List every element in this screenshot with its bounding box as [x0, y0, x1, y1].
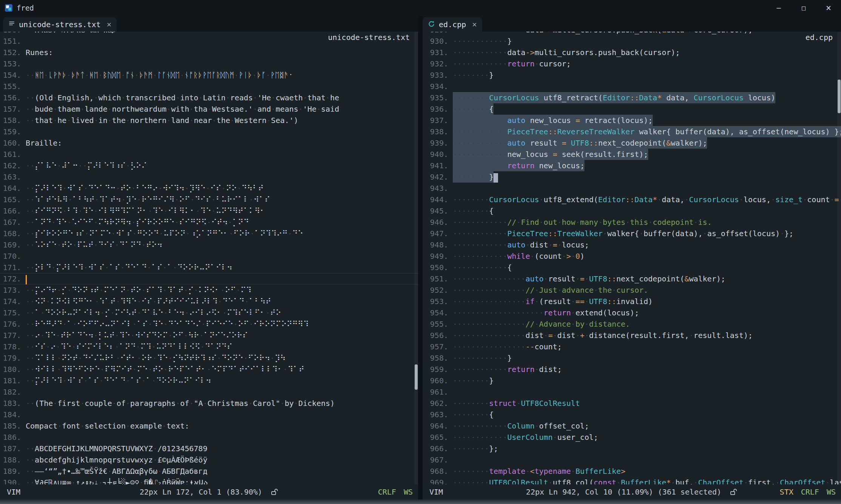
code-line[interactable]: 940.············new_locus·=·seek(result.…	[423, 149, 841, 160]
code-line[interactable]: 162.··⡌⠁⠧⠑·⠼⠁⠒··⡍⠜⠇⠑⠹⠰⠎·⡣⠕⠌	[0, 160, 418, 171]
code-line[interactable]: 178.··⠊⠎·⠔·⠹⠑·⠎⠊⠍⠊⠇⠑⠆·⠁⠝⠙·⠍⠹·⠥⠝⠙⠁⠇⠇⠪⠫·⠙⠁…	[0, 341, 418, 352]
code-line[interactable]: 935.········CursorLocus·utf8_retract(Edi…	[423, 92, 841, 103]
code-line[interactable]: 153.	[0, 58, 418, 69]
code-line[interactable]: 177.··⠔·⠹⠑·⠞⠗⠁⠙⠑⠲·⡃⠥⠞·⠹⠑·⠺⠊⠎⠙⠕⠍·⠕⠋·⠳⠗·⠁⠝…	[0, 330, 418, 341]
code-line[interactable]: 936.········{	[423, 103, 841, 115]
code-line[interactable]: 168.··⡎⠊⠗⠕⠕⠛⠑⠰⠎·⠝⠁⠍⠑·⠺⠁⠎·⠛⠕⠕⠙·⠥⠏⠕⠝·⠰⡡⠁⠝⠛…	[0, 228, 418, 239]
scrollbar-thumb[interactable]	[415, 364, 418, 390]
code-line[interactable]: 161.	[0, 149, 418, 160]
code-line[interactable]: 962.········struct·UTF8ColResult	[423, 398, 841, 409]
editor-pane-left[interactable]: 150.··እግርህን·በፍራሽህ·ልክ·ዘርጋ።151.152.Runes:1…	[0, 32, 418, 484]
maximize-button[interactable]: □	[791, 0, 816, 16]
code-line[interactable]: 189.··–—‘“”„†•…‰™œŠŸž€·ΑΒΓΔΩαβγδω·АБВГДа…	[0, 466, 418, 477]
code-line[interactable]: 967.	[423, 454, 841, 466]
code-line[interactable]: 157.··bude·thaem·lande·northweardum·with…	[0, 103, 418, 115]
code-line[interactable]: 185.Compact·font·selection·example·text:	[0, 420, 418, 432]
code-line[interactable]: 929.················data->multi_cursors.…	[423, 32, 841, 35]
code-line[interactable]: 159.	[0, 126, 418, 137]
status-badge-stx[interactable]: STX	[780, 484, 793, 499]
code-line[interactable]: 176.··⠗⠑⠛⠜⠙·⠁·⠊⠕⠋⠋⠔⠤⠝⠁⠊⠇·⠁⠎·⠹⠑·⠙⠑⠁⠙⠑⠌·⠏⠊…	[0, 318, 418, 330]
code-line[interactable]: 941.············return·new_locus;	[423, 160, 841, 171]
code-line[interactable]: 165.··⠱⠁⠞⠑⠧⠻·⠁⠃⠳⠞·⠹⠁⠞⠲·⡹⠑·⠗⠑⠛⠊⠌⠻·⠕⠋·⠙⠊⠎·…	[0, 194, 418, 205]
code-line[interactable]: 951.················auto·result·=·UTF8::…	[423, 273, 841, 284]
code-line[interactable]: 933.········}	[423, 69, 841, 81]
code-line[interactable]: 930.············}	[423, 35, 841, 47]
pane-divider[interactable]	[418, 32, 423, 484]
code-line[interactable]: 950.············{	[423, 262, 841, 273]
code-line[interactable]: 182.	[0, 386, 418, 398]
code-line[interactable]: 183.··(The·first·couple·of·paragraphs·of…	[0, 398, 418, 409]
code-line[interactable]: 965.············UserColumn·user_col;	[423, 432, 841, 443]
code-line[interactable]: 169.··⠡⠕⠎⠑·⠞⠕·⠏⠥⠞·⠙⠊⠎·⠙⠁⠝⠙·⠞⠕⠲	[0, 239, 418, 250]
code-line[interactable]: 956.················dist·=·dist·+·distan…	[423, 330, 841, 341]
code-line[interactable]: 934.	[423, 81, 841, 92]
tab-unicode-stress-txt[interactable]: unicode-stress.txt ×	[3, 17, 117, 32]
code-line[interactable]: 160.Braille:	[0, 137, 418, 149]
code-line[interactable]: 947.············PieceTree::TreeWalker·wa…	[423, 228, 841, 239]
code-line[interactable]: 955.················//·Advance·by·distan…	[423, 318, 841, 330]
status-badge-crlf[interactable]: CRLF	[378, 484, 396, 499]
code-line[interactable]: 179.··⠩⠁⠇⠇·⠝⠕⠞·⠙⠊⠌⠥⠗⠃·⠊⠞⠂·⠕⠗·⠹⠑·⡊⠳⠝⠞⠗⠹⠰⠎…	[0, 352, 418, 364]
code-line[interactable]: 953.················if·(result·==·UTF8::…	[423, 296, 841, 307]
code-line[interactable]: 969.········UTF8ColResult·utf8_col(const…	[423, 477, 841, 484]
code-line[interactable]: 175.··⠁·⠙⠕⠕⠗⠤⠝⠁⠊⠇⠲·⡊·⠍⠊⠣⠞·⠙⠁⠧⠑·⠃⠑⠲·⠔⠊⠇⠔⠫…	[0, 307, 418, 318]
code-line[interactable]: 957.················--count;	[423, 341, 841, 352]
code-line[interactable]: 184.	[0, 409, 418, 420]
code-line[interactable]: 960.········}	[423, 375, 841, 386]
code-line[interactable]: 166.··⠎⠊⠛⠝⠫·⠃⠹·⠹⠑·⠊⠇⠻⠛⠹⠍⠁⠝⠂·⠹⠑·⠊⠇⠻⠅⠂·⠹⠑·…	[0, 205, 418, 217]
code-line[interactable]: 932.············return·cursor;	[423, 58, 841, 69]
editor-pane-right[interactable]: 929.················data->multi_cursors.…	[423, 32, 841, 484]
code-line[interactable]: 181.··⡍⠜⠇⠑⠹·⠺⠁⠎·⠁⠎·⠙⠑⠁⠙·⠁⠎·⠁·⠙⠕⠕⠗⠤⠝⠁⠊⠇⠲	[0, 375, 418, 386]
code-line[interactable]: 964.············Column·offset_col;	[423, 420, 841, 432]
code-line[interactable]: 190.··∀∂∈ℝ∧∪≡∞·↑↗↨↻⇣·┐┼╔╘░►☺♀·ﬁ�⑀₂ἠḂӥẄɐː…	[0, 477, 418, 484]
code-line[interactable]: 937.············auto·new_locus·=·retract…	[423, 115, 841, 126]
code-line[interactable]: 958.············}	[423, 352, 841, 364]
code-line[interactable]: 187.··ABCDEFGHIJKLMNOPQRSTUVWXYZ·/012345…	[0, 443, 418, 454]
code-line[interactable]: 170.	[0, 250, 418, 262]
code-line[interactable]: 938.············PieceTree::ReverseTreeWa…	[423, 126, 841, 137]
code-line[interactable]: 952.················//·Just·advance·the·…	[423, 284, 841, 296]
code-line[interactable]: 943.	[423, 183, 841, 194]
tab-close-icon[interactable]: ×	[472, 20, 477, 29]
code-line[interactable]: 963.········{	[423, 409, 841, 420]
scrollbar-track[interactable]	[414, 32, 418, 484]
code-line[interactable]: 158.··that·he·lived·in·the·northern·land…	[0, 115, 418, 126]
code-line[interactable]: 173.··⡍⠔⠙⠖·⡊·⠙⠕⠝⠰⠞·⠍⠑⠁⠝·⠞⠕·⠎⠁⠹·⠹⠁⠞·⡊·⠅⠝⠪…	[0, 284, 418, 296]
minimize-button[interactable]: ─	[766, 0, 791, 16]
code-line[interactable]: 164.··⡍⠜⠇⠑⠹·⠺⠁⠎·⠙⠑⠁⠙⠒·⠞⠕·⠃⠑⠛⠔·⠺⠊⠹⠲·⡹⠻⠑·⠊…	[0, 183, 418, 194]
code-line[interactable]: 152.Runes:	[0, 47, 418, 58]
close-button[interactable]: ×	[816, 0, 841, 16]
code-line[interactable]: 949.············while·(count·>·0)	[423, 250, 841, 262]
code-line[interactable]: 174.··⠪⠝·⠅⠝⠪⠇⠫⠛⠑⠂·⠱⠁⠞·⠹⠻⠑·⠊⠎·⠏⠜⠞⠊⠊⠊⠥⠇⠜⠇⠹…	[0, 296, 418, 307]
code-line[interactable]: 944.········CursorLocus·utf8_extend(Edit…	[423, 194, 841, 205]
lock-open-icon[interactable]	[730, 488, 738, 496]
lock-open-icon[interactable]	[271, 488, 278, 496]
code-line[interactable]: 961.	[423, 386, 841, 398]
code-line[interactable]: 948.············auto·dist·=·locus;	[423, 239, 841, 250]
code-line[interactable]: 942.········}	[423, 171, 841, 183]
code-line[interactable]: 954.····················return·extend(lo…	[423, 307, 841, 318]
code-line[interactable]: 171.··⡕⠇⠙·⡍⠜⠇⠑⠹·⠺⠁⠎·⠁⠎·⠙⠑⠁⠙·⠁⠎·⠁·⠙⠕⠕⠗⠤⠝⠁…	[0, 262, 418, 273]
code-line[interactable]: 167.··⠁⠝⠙·⠹⠑·⠡⠊⠑⠋·⠍⠳⠗⠝⠻⠲·⡎⠊⠗⠕⠕⠛⠑·⠎⠊⠛⠝⠫·⠊…	[0, 217, 418, 228]
tab-ed-cpp[interactable]: ed.cpp ×	[423, 17, 482, 32]
status-badge-ws[interactable]: WS	[827, 484, 836, 499]
tab-close-icon[interactable]: ×	[107, 20, 112, 29]
code-line[interactable]: 156.··(Old·English,·which·transcribed·in…	[0, 92, 418, 103]
scrollbar-track[interactable]	[837, 32, 841, 484]
code-line[interactable]: 180.··⠺⠊⠇⠇·⠹⠻⠑⠋⠕⠗⠑·⠏⠻⠍⠊⠞·⠍⠑·⠞⠕·⠗⠑⠏⠑⠁⠞⠂·⠑…	[0, 364, 418, 375]
code-line[interactable]: 968.········template·<typename·BufferLik…	[423, 466, 841, 477]
code-line[interactable]: 946.············//·Find·out·how·many·byt…	[423, 217, 841, 228]
status-badge-crlf[interactable]: CRLF	[801, 484, 819, 499]
code-line[interactable]: 186.	[0, 432, 418, 443]
pane-divider[interactable]	[418, 16, 423, 32]
scrollbar-thumb[interactable]	[838, 80, 841, 113]
code-line[interactable]: 945.········{	[423, 205, 841, 217]
code-line[interactable]: 188.··abcdefghijklmnopqrstuvwxyz·£©µÀÆÖÞ…	[0, 454, 418, 466]
code-line[interactable]: 155.	[0, 81, 418, 92]
code-line[interactable]: 966.········};	[423, 443, 841, 454]
status-badge-ws[interactable]: WS	[404, 484, 413, 499]
code-line[interactable]: 959.············return·dist;	[423, 364, 841, 375]
code-line[interactable]: 931.············data->multi_cursors.push…	[423, 47, 841, 58]
code-line[interactable]: 172.	[0, 273, 418, 284]
code-line[interactable]: 163.	[0, 171, 418, 183]
